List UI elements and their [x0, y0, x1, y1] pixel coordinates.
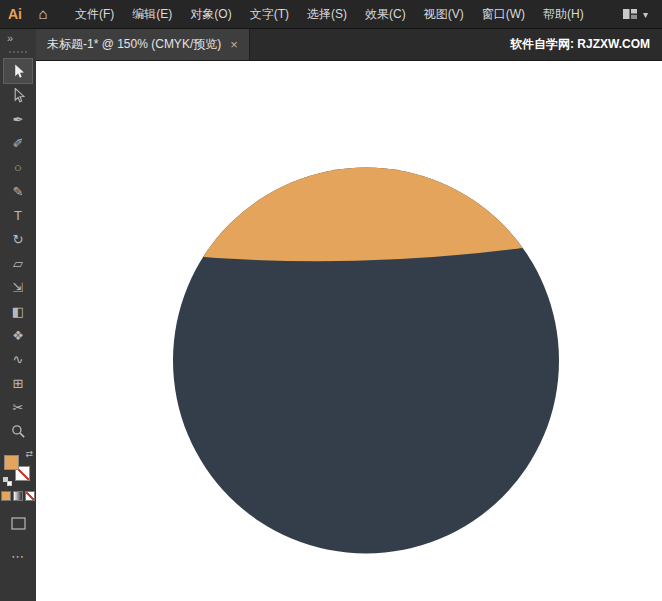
menu-bar: Ai ⌂ 文件(F) 编辑(E) 对象(O) 文字(T) 选择(S) 效果(C)…	[0, 0, 662, 29]
zoom-tool[interactable]	[4, 419, 32, 443]
gradient-button[interactable]	[13, 491, 23, 501]
selection-arrow-icon	[11, 64, 26, 79]
menu-edit[interactable]: 编辑(E)	[123, 0, 181, 28]
fill-color-swatch[interactable]	[4, 455, 19, 470]
magnifier-icon	[11, 424, 26, 439]
menu-help[interactable]: 帮助(H)	[534, 0, 593, 28]
paintbrush-tool[interactable]: ✐	[4, 131, 32, 155]
direct-selection-tool[interactable]	[4, 83, 32, 107]
draw-normal-mode-icon	[11, 517, 26, 530]
menu-file[interactable]: 文件(F)	[66, 0, 123, 28]
gradient-tool[interactable]: ◧	[4, 299, 32, 323]
document-tab-bar: 未标题-1* @ 150% (CMYK/预览) × 软件自学网: RJZXW.C…	[36, 29, 662, 61]
blend-tool[interactable]: ❖	[4, 323, 32, 347]
panel-grip[interactable]	[9, 51, 27, 53]
home-icon[interactable]: ⌂	[30, 0, 56, 28]
artwork-svg	[36, 61, 662, 601]
tools-panel: » ✒ ✐ ○ ✎ T ↻ ▱ ⇲ ◧ ❖ ∿ ⊞ ✂	[0, 29, 36, 601]
menu-type[interactable]: 文字(T)	[241, 0, 298, 28]
canvas-area[interactable]	[36, 61, 662, 601]
artboard-tool[interactable]: ⊞	[4, 371, 32, 395]
eraser-tool[interactable]: ▱	[4, 251, 32, 275]
workspace-layout-icon	[622, 7, 638, 21]
menu-select[interactable]: 选择(S)	[298, 0, 356, 28]
rotate-tool[interactable]: ↻	[4, 227, 32, 251]
fill-stroke-swatches: ⇄	[3, 451, 33, 485]
illustrator-window: Ai ⌂ 文件(F) 编辑(E) 对象(O) 文字(T) 选择(S) 效果(C)…	[0, 0, 662, 601]
edit-toolbar-ellipsis[interactable]: ⋯	[11, 549, 25, 564]
selection-tool[interactable]	[4, 59, 32, 83]
close-tab-icon[interactable]: ×	[230, 38, 238, 51]
menu-window[interactable]: 窗口(W)	[473, 0, 534, 28]
none-button[interactable]	[25, 491, 35, 501]
swap-fill-stroke-icon[interactable]: ⇄	[25, 449, 33, 459]
pen-tool[interactable]: ✒	[4, 107, 32, 131]
menu-effect[interactable]: 效果(C)	[356, 0, 415, 28]
main-menu: 文件(F) 编辑(E) 对象(O) 文字(T) 选择(S) 效果(C) 视图(V…	[66, 0, 593, 28]
scale-tool[interactable]: ⇲	[4, 275, 32, 299]
menu-view[interactable]: 视图(V)	[415, 0, 473, 28]
drawing-modes-button[interactable]	[11, 513, 26, 533]
document-tab[interactable]: 未标题-1* @ 150% (CMYK/预览) ×	[36, 29, 250, 60]
pencil-tool[interactable]: ✎	[4, 179, 32, 203]
collapse-panel-icon[interactable]: »	[0, 29, 36, 51]
circle-top-segment-orange[interactable]	[136, 142, 596, 262]
chevron-down-icon: ▾	[643, 9, 648, 20]
default-fill-stroke-icon[interactable]	[3, 477, 12, 486]
watermark-text: 软件自学网: RJZXW.COM	[510, 36, 662, 53]
document-tab-title: 未标题-1* @ 150% (CMYK/预览)	[47, 36, 221, 53]
workspace-switcher[interactable]: ▾	[622, 7, 662, 21]
color-button[interactable]	[1, 491, 11, 501]
direct-selection-arrow-icon	[11, 88, 26, 103]
type-tool[interactable]: T	[4, 203, 32, 227]
ellipse-tool[interactable]: ○	[4, 155, 32, 179]
slice-tool[interactable]: ✂	[4, 395, 32, 419]
paint-style-buttons	[1, 491, 35, 503]
width-tool[interactable]: ∿	[4, 347, 32, 371]
ai-logo: Ai	[0, 0, 30, 28]
menu-object[interactable]: 对象(O)	[181, 0, 240, 28]
